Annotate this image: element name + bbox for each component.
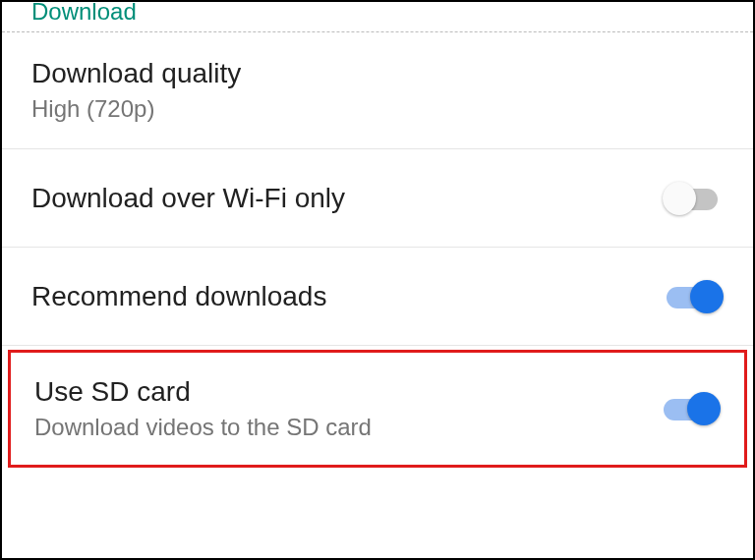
setting-value: High (720p) <box>31 95 241 123</box>
setting-text-block: Download over Wi-Fi only <box>31 183 345 214</box>
setting-text-block: Recommend downloads <box>31 281 326 312</box>
toggle-wifi-only[interactable] <box>663 180 724 217</box>
setting-use-sd-card[interactable]: Use SD card Download videos to the SD ca… <box>8 350 747 468</box>
toggle-use-sd-card[interactable] <box>660 390 721 427</box>
setting-recommend-downloads[interactable]: Recommend downloads <box>2 248 753 346</box>
setting-wifi-only[interactable]: Download over Wi-Fi only <box>2 149 753 248</box>
toggle-recommend-downloads[interactable] <box>663 278 724 315</box>
setting-title: Download over Wi-Fi only <box>31 183 345 214</box>
section-header-download: Download <box>2 0 753 32</box>
setting-text-block: Use SD card Download videos to the SD ca… <box>34 376 372 441</box>
setting-title: Recommend downloads <box>31 281 326 312</box>
switch-thumb <box>663 182 696 215</box>
setting-download-quality[interactable]: Download quality High (720p) <box>2 32 753 149</box>
setting-title: Use SD card <box>34 376 372 408</box>
setting-text-block: Download quality High (720p) <box>31 58 241 123</box>
setting-subtitle: Download videos to the SD card <box>34 414 372 441</box>
switch-thumb <box>687 392 721 425</box>
switch-thumb <box>690 280 724 313</box>
setting-title: Download quality <box>31 58 241 89</box>
